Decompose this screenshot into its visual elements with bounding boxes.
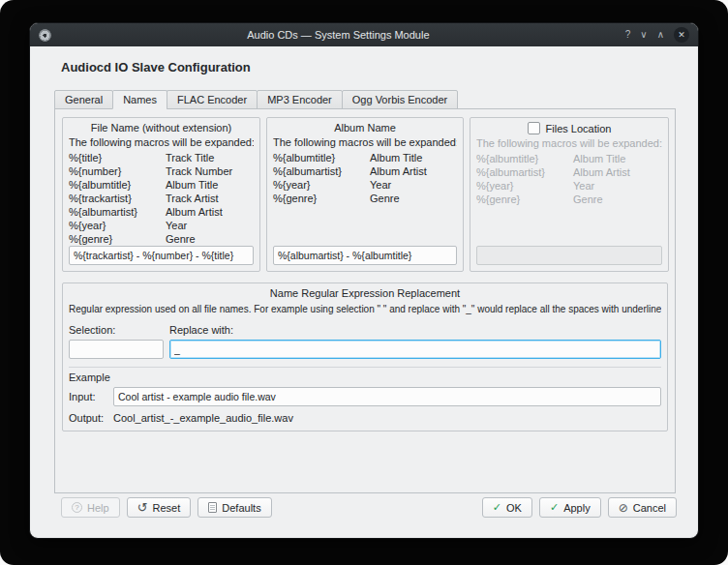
album-name-group: Album Name The following macros will be … xyxy=(266,117,464,272)
album-name-pattern-input[interactable] xyxy=(273,246,457,265)
help-button[interactable]: ? Help xyxy=(61,497,120,518)
defaults-button[interactable]: Defaults xyxy=(197,497,271,518)
selection-input[interactable] xyxy=(69,340,164,359)
desktop-background: Audio CDs — System Settings Module ? ∨ ∧… xyxy=(0,0,728,565)
macros-intro: The following macros will be expanded: xyxy=(476,136,662,150)
macro-token: %{year} xyxy=(476,179,573,193)
macro-token: %{albumtitle} xyxy=(273,151,370,164)
macro-row: %{albumtitle} Album Title xyxy=(476,152,662,165)
macro-token: %{number} xyxy=(69,164,166,178)
macro-token: %{albumartist} xyxy=(69,205,166,219)
macro-description: Album Artist xyxy=(573,165,630,179)
help-icon: ? xyxy=(72,502,82,513)
example-output-row: Output: Cool_artist_-_example_audio_file… xyxy=(69,412,661,424)
macro-row: %{genre} Genre xyxy=(476,193,662,206)
tab-panel: File Name (without extension) The follow… xyxy=(54,108,676,493)
macro-row: %{albumtitle} Album Title xyxy=(273,151,457,164)
macro-row: %{genre} Genre xyxy=(69,232,254,246)
macro-description: Album Title xyxy=(573,152,625,165)
ok-check-icon: ✓ xyxy=(493,502,501,513)
macro-row: %{genre} Genre xyxy=(273,192,457,205)
ok-button-label: OK xyxy=(506,502,522,514)
reset-button[interactable]: ↺ Reset xyxy=(127,497,192,518)
example-input-label: Input: xyxy=(69,391,113,402)
macro-description: Year xyxy=(166,219,187,232)
macro-row: %{year} Year xyxy=(476,179,662,193)
macro-row: %{year} Year xyxy=(273,178,457,192)
cancel-button[interactable]: ⊘ Cancel xyxy=(608,497,677,518)
dialog-button-bar: ? Help ↺ Reset Defaults ✓ OK xyxy=(61,497,677,518)
macro-row: %{albumartist} Album Artist xyxy=(273,164,457,178)
tab-names[interactable]: Names xyxy=(112,90,167,109)
right-button-group: ✓ OK ✓ Apply ⊘ Cancel xyxy=(482,497,677,518)
cancel-button-label: Cancel xyxy=(633,502,666,514)
macro-token: %{genre} xyxy=(69,232,166,246)
example-input-row: Input: xyxy=(69,387,661,406)
close-button[interactable]: ✕ xyxy=(674,27,689,43)
macro-row: %{year} Year xyxy=(69,219,254,232)
files-location-pattern-input xyxy=(476,246,662,265)
file-name-group: File Name (without extension) The follow… xyxy=(62,117,260,272)
macro-description: Track Artist xyxy=(166,192,219,205)
example-output-value: Cool_artist_-_example_audio_file.wav xyxy=(113,412,293,424)
macro-row: %{trackartist} Track Artist xyxy=(69,192,254,205)
minimize-button[interactable]: ∨ xyxy=(640,30,647,40)
tab-general[interactable]: General xyxy=(54,90,113,109)
regex-replacement-group: Name Regular Expression Replacement Regu… xyxy=(62,282,668,431)
audiocd-app-icon xyxy=(39,29,51,42)
defaults-button-label: Defaults xyxy=(222,502,260,514)
maximize-button[interactable]: ∧ xyxy=(657,30,664,40)
macro-description: Track Number xyxy=(166,164,232,178)
regex-description: Regular expression used on all file name… xyxy=(69,303,661,316)
macro-row: %{albumartist} Album Artist xyxy=(69,205,254,219)
replace-with-label: Replace with: xyxy=(169,324,661,336)
file-name-pattern-input[interactable] xyxy=(69,246,254,265)
example-label: Example xyxy=(69,372,661,383)
replace-with-input[interactable] xyxy=(169,340,661,359)
apply-check-icon: ✓ xyxy=(550,502,559,513)
tab-flac-encoder[interactable]: FLAC Encoder xyxy=(167,90,258,109)
macro-description: Year xyxy=(573,179,594,193)
files-location-group-title: Files Location xyxy=(546,123,612,134)
macro-description: Year xyxy=(370,178,391,192)
titlebar[interactable]: Audio CDs — System Settings Module ? ∨ ∧… xyxy=(30,23,698,46)
titlebar-help-button[interactable]: ? xyxy=(625,30,631,40)
macro-description: Genre xyxy=(166,232,196,246)
macro-description: Album Artist xyxy=(370,164,427,178)
macro-description: Album Artist xyxy=(166,205,223,219)
macro-token: %{trackartist} xyxy=(69,192,166,205)
macro-description: Genre xyxy=(573,193,603,206)
files-location-title-row: Files Location xyxy=(476,122,662,134)
tab-mp3-encoder[interactable]: MP3 Encoder xyxy=(257,90,343,109)
regex-form: Selection: Replace with: xyxy=(69,324,661,359)
macro-row: %{title} Track Title xyxy=(69,151,254,164)
reset-button-label: Reset xyxy=(153,502,181,514)
file-name-group-title: File Name (without extension) xyxy=(69,122,254,134)
example-output-label: Output: xyxy=(69,412,113,424)
macro-token: %{albumartist} xyxy=(476,165,573,179)
example-input[interactable] xyxy=(113,387,661,406)
cancel-icon: ⊘ xyxy=(619,502,628,514)
defaults-icon xyxy=(208,502,217,513)
files-location-checkbox[interactable] xyxy=(528,122,540,134)
regex-group-title: Name Regular Expression Replacement xyxy=(69,287,661,299)
macro-token: %{albumtitle} xyxy=(69,178,166,192)
apply-button[interactable]: ✓ Apply xyxy=(539,497,601,518)
settings-window: Audio CDs — System Settings Module ? ∨ ∧… xyxy=(29,22,699,539)
page-title: Audiocd IO Slave Configuration xyxy=(61,60,698,74)
tab-ogg-vorbis-encoder[interactable]: Ogg Vorbis Encoder xyxy=(342,90,458,109)
macro-description: Album Title xyxy=(370,151,422,164)
macro-row: %{albumartist} Album Artist xyxy=(476,165,662,179)
macro-row: %{albumtitle} Album Title xyxy=(69,178,254,192)
macro-token: %{genre} xyxy=(476,193,573,206)
selection-label: Selection: xyxy=(69,324,164,336)
example-separator xyxy=(69,367,661,368)
left-button-group: ? Help ↺ Reset Defaults xyxy=(61,497,272,518)
window-content: Audiocd IO Slave Configuration General N… xyxy=(30,60,698,539)
apply-button-label: Apply xyxy=(563,502,591,514)
macro-token: %{albumtitle} xyxy=(476,152,573,165)
macros-intro: The following macros will be expanded: xyxy=(273,135,457,149)
macro-token: %{title} xyxy=(69,151,166,164)
ok-button[interactable]: ✓ OK xyxy=(482,497,532,518)
close-icon: ✕ xyxy=(678,31,685,40)
